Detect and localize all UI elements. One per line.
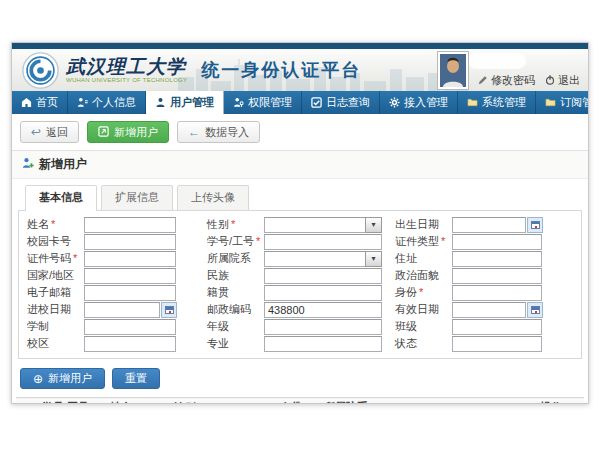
- field-label: 性别*: [207, 217, 264, 232]
- name-input[interactable]: [84, 217, 176, 233]
- nav-tab-home[interactable]: 首页: [12, 91, 68, 114]
- tab-label: 基本信息: [39, 191, 83, 203]
- required-mark: *: [51, 218, 55, 230]
- back-button[interactable]: ↩ 返回: [20, 121, 79, 143]
- required-mark: *: [441, 235, 445, 247]
- nav-tab-label: 系统管理: [482, 95, 526, 110]
- person-info-icon: [77, 97, 88, 108]
- calendar-icon: [531, 221, 540, 229]
- nav-tab-label: 权限管理: [248, 95, 292, 110]
- add-user-toolbar-button[interactable]: 新增用户: [87, 121, 169, 143]
- enroll-date-calendar-button[interactable]: [161, 302, 177, 318]
- field-address: 住址: [395, 251, 575, 266]
- select-all-cell: [16, 398, 38, 405]
- chevron-down-icon: ▾: [371, 254, 375, 263]
- table-col-header: 身份: [276, 398, 320, 405]
- toolbar: ↩ 返回 新增用户 ← 数据导入: [12, 114, 588, 151]
- nav-tab-profile[interactable]: 个人信息: [68, 91, 146, 114]
- nav-tab-label: 日志查询: [326, 95, 370, 110]
- study-length-input[interactable]: [84, 319, 176, 335]
- id-type-input[interactable]: [452, 234, 542, 250]
- table-col-header: 操作: [536, 398, 584, 405]
- field-label: 国家/地区: [27, 268, 84, 283]
- gender-dropdown-button[interactable]: ▾: [365, 217, 382, 233]
- page: 武汉理工大学 WUHAN UNIVERSITY OF TECHNOLOGY 统一…: [0, 0, 600, 450]
- folder-icon: [467, 97, 478, 108]
- reset-button[interactable]: 重置: [112, 368, 160, 389]
- identity-input[interactable]: [452, 285, 542, 301]
- change-password-link[interactable]: 修改密码: [478, 73, 535, 88]
- field-birth-date: 出生日期: [395, 217, 575, 232]
- status-input[interactable]: [452, 336, 542, 352]
- nav-tab-permissions[interactable]: 权限管理: [224, 91, 302, 114]
- tab-extended-info[interactable]: 扩展信息: [101, 185, 173, 210]
- enroll-date-input[interactable]: [84, 302, 160, 318]
- email-input[interactable]: [84, 285, 176, 301]
- field-label: 专业: [207, 336, 264, 351]
- nav-tab-label: 订阅管理: [560, 95, 589, 110]
- field-label: 班级: [395, 319, 452, 334]
- valid-date-calendar-button[interactable]: [527, 302, 543, 318]
- department-dropdown-button[interactable]: ▾: [365, 251, 382, 267]
- campus-input[interactable]: [84, 336, 176, 352]
- submit-add-user-button[interactable]: ⊕ 新增用户: [20, 368, 105, 389]
- university-brand: 武汉理工大学 WUHAN UNIVERSITY OF TECHNOLOGY: [66, 57, 187, 83]
- person-key-icon: [233, 97, 244, 108]
- gender-select[interactable]: [264, 217, 365, 233]
- id-number-input[interactable]: [84, 251, 176, 267]
- field-label: 校园卡号: [27, 234, 84, 249]
- student-id-input[interactable]: [264, 234, 382, 250]
- tab-upload-avatar[interactable]: 上传头像: [177, 185, 249, 210]
- field-label: 证件号码*: [27, 251, 84, 266]
- field-label: 进校日期: [27, 302, 84, 317]
- app-window: 武汉理工大学 WUHAN UNIVERSITY OF TECHNOLOGY 统一…: [11, 42, 589, 404]
- calendar-icon: [165, 306, 174, 314]
- postal-code-input[interactable]: [264, 302, 382, 318]
- ethnicity-input[interactable]: [264, 268, 382, 284]
- nav-tab-users[interactable]: 用户管理: [146, 91, 224, 114]
- logout-link[interactable]: 退出: [545, 73, 580, 88]
- nav-tab-access[interactable]: 接入管理: [380, 91, 458, 114]
- field-enroll-date: 进校日期: [27, 302, 207, 317]
- section-header: 新增用户: [12, 151, 588, 179]
- field-label: 所属院系: [207, 251, 264, 266]
- section-title-text: 新增用户: [39, 156, 87, 173]
- field-label: 政治面貌: [395, 268, 452, 283]
- nav-tab-label: 首页: [36, 95, 58, 110]
- field-major: 专业: [207, 336, 395, 351]
- native-place-input[interactable]: [264, 285, 382, 301]
- tab-label: 上传头像: [191, 191, 235, 203]
- reset-label: 重置: [125, 371, 147, 386]
- political-status-input[interactable]: [452, 268, 542, 284]
- birth-date-input[interactable]: [452, 217, 526, 233]
- tab-basic-info[interactable]: 基本信息: [25, 185, 97, 211]
- new-user-icon: [98, 126, 109, 139]
- nav-tab-logs[interactable]: 日志查询: [302, 91, 380, 114]
- field-country-region: 国家/地区: [27, 268, 207, 283]
- chevron-down-icon: ▾: [371, 220, 375, 229]
- campus-card-input[interactable]: [84, 234, 176, 250]
- field-label: 邮政编码: [207, 302, 264, 317]
- nav-tab-subscription[interactable]: 订阅管理: [536, 91, 589, 114]
- country-region-input[interactable]: [84, 268, 176, 284]
- field-label: 住址: [395, 251, 452, 266]
- field-name: 姓名*: [27, 217, 207, 232]
- main-nav: 首页个人信息用户管理权限管理日志查询接入管理系统管理订阅管理: [12, 91, 588, 114]
- department-select[interactable]: [264, 251, 365, 267]
- birth-date-calendar-button[interactable]: [527, 217, 543, 233]
- add-user-toolbar-label: 新增用户: [114, 125, 158, 140]
- major-input[interactable]: [264, 336, 382, 352]
- skyline-decoration: [178, 59, 468, 91]
- home-icon: [21, 97, 32, 108]
- class-input[interactable]: [452, 319, 542, 335]
- field-label: 学制: [27, 319, 84, 334]
- form-tabs: 基本信息扩展信息上传头像: [12, 179, 588, 210]
- address-input[interactable]: [452, 251, 542, 267]
- gear-icon: [389, 97, 400, 108]
- valid-date-input[interactable]: [452, 302, 526, 318]
- data-import-button[interactable]: ← 数据导入: [177, 121, 260, 143]
- select-all-checkbox[interactable]: [20, 403, 30, 404]
- field-grade: 年级: [207, 319, 395, 334]
- nav-tab-system[interactable]: 系统管理: [458, 91, 536, 114]
- grade-input[interactable]: [264, 319, 382, 335]
